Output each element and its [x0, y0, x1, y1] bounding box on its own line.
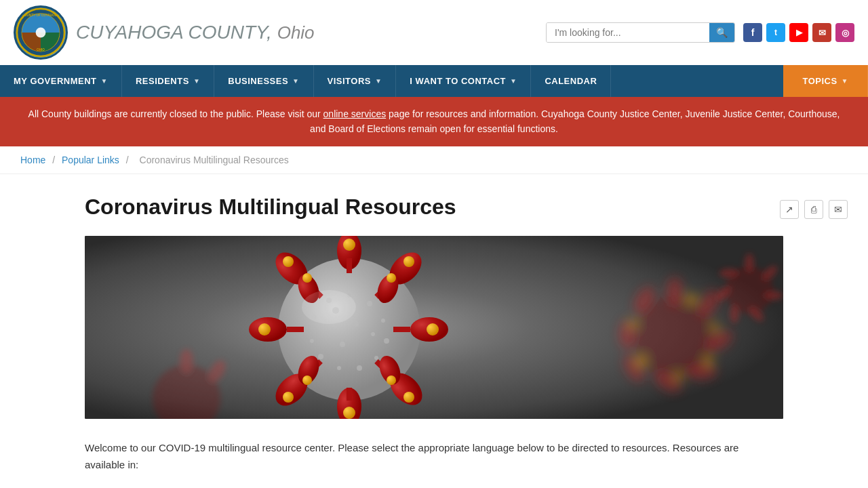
svg-point-36	[357, 365, 362, 371]
svg-point-73	[387, 273, 396, 283]
svg-point-66	[403, 256, 414, 267]
hero-image	[85, 236, 783, 419]
page-actions: ↗ ⎙ ✉	[780, 200, 848, 219]
svg-point-43	[371, 332, 375, 336]
svg-point-26	[730, 304, 739, 323]
county-seal[interactable]: COUNTY OF CUYAHOGA OHIO	[14, 5, 68, 60]
svg-point-77	[302, 290, 356, 324]
nav-arrow: ▼	[842, 77, 848, 85]
svg-point-76	[302, 375, 312, 385]
page-title: Coronavirus Multilingual Resources	[85, 195, 456, 220]
svg-point-74	[387, 375, 396, 385]
svg-point-7	[667, 277, 683, 307]
print-button[interactable]: ⎙	[804, 200, 823, 219]
nav-calendar[interactable]: CALENDAR	[531, 65, 611, 97]
svg-point-17	[704, 357, 713, 366]
svg-point-44	[340, 342, 345, 347]
nav-my-government[interactable]: MY GOVERNMENT ▼	[0, 65, 122, 97]
breadcrumb-sep: /	[126, 155, 132, 165]
svg-point-65	[343, 239, 355, 251]
svg-point-16	[711, 323, 719, 331]
svg-text:COUNTY OF CUYAHOGA: COUNTY OF CUYAHOGA	[22, 14, 60, 17]
svg-point-18	[674, 373, 682, 381]
nav-visitors[interactable]: VISITORS ▼	[314, 65, 397, 97]
nav-arrow: ▼	[193, 77, 200, 85]
breadcrumb-home[interactable]: Home	[20, 155, 45, 165]
svg-text:OHIO: OHIO	[37, 48, 45, 52]
twitter-icon[interactable]: t	[766, 23, 785, 42]
svg-point-71	[258, 323, 271, 336]
youtube-icon[interactable]: ▶	[789, 23, 808, 42]
share-button[interactable]: ↗	[780, 200, 799, 219]
breadcrumb-popular-links[interactable]: Popular Links	[62, 155, 119, 165]
header-right: 🔍 f t ▶ ✉ ◎	[546, 22, 854, 43]
main-content: Coronavirus Multilingual Resources ↗ ⎙ ✉	[0, 174, 868, 488]
nav-arrow: ▼	[375, 77, 382, 85]
breadcrumb-sep: /	[52, 155, 58, 165]
svg-point-70	[283, 392, 294, 403]
nav-businesses[interactable]: BUSINESSES ▼	[214, 65, 313, 97]
header-left: COUNTY OF CUYAHOGA OHIO CUYAHOGA COUNTY,…	[14, 5, 315, 60]
email-button[interactable]: ✉	[829, 200, 848, 219]
intro-text: Welcome to our COVID-19 multilingual res…	[85, 439, 749, 474]
breadcrumb-current: Coronavirus Multilingual Resources	[140, 155, 289, 165]
svg-point-28	[719, 268, 738, 278]
svg-point-37	[337, 366, 341, 370]
svg-point-72	[283, 256, 294, 267]
search-input[interactable]	[547, 23, 709, 42]
social-icons: f t ▶ ✉ ◎	[743, 23, 854, 42]
facebook-icon[interactable]: f	[743, 23, 762, 42]
svg-point-10	[687, 363, 717, 380]
svg-point-39	[310, 339, 314, 343]
email-social-icon[interactable]: ✉	[812, 23, 831, 42]
svg-point-35	[374, 356, 378, 360]
nav-residents[interactable]: RESIDENTS ▼	[122, 65, 214, 97]
breadcrumb: Home / Popular Links / Coronavirus Multi…	[0, 146, 868, 174]
nav-topics[interactable]: TOPICS ▼	[783, 65, 868, 97]
site-header: COUNTY OF CUYAHOGA OHIO CUYAHOGA COUNTY,…	[0, 0, 868, 65]
svg-point-24	[764, 291, 783, 300]
svg-point-19	[635, 356, 646, 367]
nav-arrow: ▼	[101, 77, 108, 85]
svg-point-68	[403, 392, 414, 403]
svg-point-42	[353, 321, 359, 327]
svg-point-69	[343, 407, 355, 419]
site-title: CUYAHOGA COUNTY, Ohio	[76, 22, 315, 43]
nav-i-want-to-contact[interactable]: I WANT TO CONTACT ▼	[396, 65, 531, 97]
online-services-link[interactable]: online services	[323, 108, 387, 119]
instagram-icon[interactable]: ◎	[835, 23, 854, 42]
svg-point-67	[427, 323, 439, 336]
main-nav: MY GOVERNMENT ▼ RESIDENTS ▼ BUSINESSES ▼…	[0, 65, 868, 97]
page-header: Coronavirus Multilingual Resources ↗ ⎙ ✉	[85, 195, 848, 220]
svg-point-75	[302, 273, 312, 283]
svg-point-22	[745, 253, 754, 272]
svg-point-20	[629, 320, 637, 328]
svg-point-33	[381, 319, 385, 323]
svg-point-15	[686, 293, 697, 304]
svg-point-32	[367, 301, 372, 306]
search-button[interactable]: 🔍	[709, 23, 734, 42]
svg-point-2	[36, 28, 46, 38]
alert-banner: All County buildings are currently close…	[0, 97, 868, 146]
coronavirus-image	[85, 236, 783, 419]
svg-point-34	[384, 338, 389, 344]
search-bar: 🔍	[546, 22, 735, 43]
svg-point-79	[180, 349, 193, 373]
nav-arrow: ▼	[292, 77, 299, 85]
nav-arrow: ▼	[510, 77, 517, 85]
svg-point-38	[318, 354, 323, 359]
